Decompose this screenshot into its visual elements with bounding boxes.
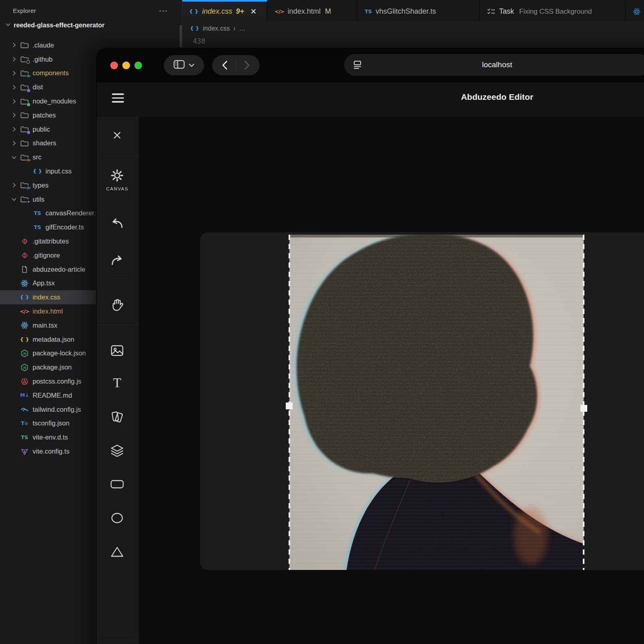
- app-main: CANVAST: [97, 117, 644, 644]
- tree-item-label: index.html: [33, 308, 63, 315]
- vite-icon: [19, 448, 30, 455]
- ts-icon: TS: [32, 211, 43, 216]
- layers-icon: [110, 444, 124, 457]
- browser-window: localhost Abduzeedo Editor CANVAST: [97, 48, 644, 644]
- shape-ellipse-button[interactable]: [106, 507, 128, 529]
- ts-icon: TS: [32, 225, 43, 230]
- tree-item-label: metadata.json: [33, 336, 74, 343]
- folder-icon: [19, 84, 30, 91]
- git-icon: [19, 237, 30, 245]
- react-icon: [633, 8, 641, 16]
- folder-icon: </>: [19, 154, 30, 161]
- chevron-down-icon: [5, 21, 11, 29]
- line-number: 438: [182, 37, 205, 45]
- breadcrumb-more[interactable]: …: [239, 25, 246, 32]
- portrait-photo: [289, 235, 584, 570]
- tab-label: index.css: [202, 7, 232, 16]
- chevron-right-icon: [10, 126, 18, 132]
- tree-item-label: .claude: [33, 41, 54, 49]
- tab-index-css[interactable]: { }index.css9+✕: [182, 0, 267, 21]
- ts-icon: TS: [365, 9, 372, 14]
- tree-item-label: postcss.config.js: [33, 378, 81, 385]
- tab-task[interactable]: TaskFixing CSS Background: [480, 0, 625, 21]
- sidebar-icon: [173, 60, 185, 70]
- tree-item-label: package.json: [33, 363, 72, 371]
- close-button[interactable]: [106, 124, 128, 147]
- minimize-window-button[interactable]: [122, 62, 130, 69]
- toolbar-divider: [97, 640, 138, 640]
- close-icon: [112, 130, 122, 140]
- tree-item-label: input.css: [45, 167, 72, 175]
- forward-button[interactable]: [236, 61, 258, 70]
- close-window-button[interactable]: [110, 62, 118, 69]
- insert-image-button[interactable]: [106, 339, 128, 362]
- canvas-settings-label: CANVAS: [97, 186, 138, 191]
- folder-icon: [19, 98, 30, 105]
- breadcrumb-file[interactable]: index.css: [203, 25, 230, 32]
- gear-icon: [110, 169, 124, 182]
- image-icon: [111, 345, 124, 356]
- browser-sidebar-toggle[interactable]: [164, 55, 204, 75]
- react-icon: [19, 321, 30, 329]
- npm-icon: JS: [19, 363, 30, 372]
- hand-button[interactable]: [106, 294, 128, 316]
- chevron-right-icon: [10, 98, 18, 105]
- chevron-right-icon: [10, 112, 18, 118]
- chevron-right-icon: ›: [233, 25, 235, 32]
- close-tab-icon[interactable]: ✕: [250, 7, 257, 16]
- selection-right-edge: [583, 235, 584, 570]
- tree-item-label: main.tsx: [33, 322, 57, 329]
- resize-handle-right[interactable]: [580, 405, 587, 412]
- git-icon: [19, 252, 30, 259]
- breadcrumb[interactable]: { } index.css › …: [182, 21, 644, 35]
- tree-item-label: node_modules: [33, 97, 76, 105]
- editor-tab-bar: { }index.css9+✕</>index.htmlMTSvhsGlitch…: [182, 0, 644, 21]
- selected-image-layer[interactable]: [289, 235, 584, 570]
- redo-icon: [110, 254, 124, 266]
- chevron-right-icon: [10, 140, 18, 147]
- tree-root[interactable]: reeded-glass-effect-generator: [0, 18, 182, 32]
- postcss-icon: [19, 378, 30, 385]
- more-actions-icon[interactable]: ⋯: [159, 9, 167, 13]
- back-button[interactable]: [214, 61, 236, 70]
- tree-item-label: index.css: [33, 293, 60, 301]
- layers-button[interactable]: [106, 439, 128, 462]
- undo-button[interactable]: [106, 212, 128, 234]
- folder-icon: [19, 111, 30, 119]
- chevron-right-icon: [10, 182, 18, 188]
- svg-text:JS: JS: [23, 352, 27, 355]
- canvas-area[interactable]: [200, 232, 644, 570]
- tree-item-label: abduzeedo-article: [33, 266, 85, 273]
- tab-vhsglitchshader-ts[interactable]: TSvhsGlitchShader.ts: [357, 0, 480, 21]
- braces-icon: { }: [190, 26, 199, 31]
- tab-index-html[interactable]: </>index.htmlM: [267, 0, 357, 21]
- swatches-button[interactable]: [106, 405, 128, 428]
- chevron-right-icon: [10, 56, 18, 62]
- svg-text:JS: JS: [23, 366, 27, 369]
- markdown-icon: M↓: [19, 393, 30, 398]
- app-title: Abduzeedo Editor: [97, 92, 644, 102]
- hand-icon: [111, 298, 124, 312]
- sidebar-scrollbar[interactable]: [180, 25, 182, 47]
- code-editor[interactable]: 438 439 /* Status Indicators */: [182, 35, 644, 49]
- folder-icon: [19, 41, 30, 49]
- tree-root-label: reeded-glass-effect-generator: [14, 22, 105, 29]
- url-bar[interactable]: localhost: [344, 54, 644, 76]
- chevron-right-icon: [10, 42, 18, 48]
- braces-icon: { }: [19, 295, 30, 300]
- triangle-icon: [111, 546, 124, 557]
- shape-rectangle-button[interactable]: [106, 473, 128, 495]
- resize-handle-left[interactable]: [286, 402, 293, 409]
- shape-triangle-button[interactable]: [106, 541, 128, 563]
- tab-modified-indicator: M: [325, 7, 331, 16]
- tree-item-label: types: [33, 182, 48, 189]
- zoom-window-button[interactable]: [134, 62, 142, 69]
- tab-extra[interactable]: [625, 0, 644, 21]
- url-text[interactable]: localhost: [344, 60, 644, 69]
- text-button[interactable]: T: [106, 372, 128, 394]
- canvas-settings-button[interactable]: [106, 164, 128, 187]
- reader-icon[interactable]: [352, 60, 363, 72]
- redo-button[interactable]: [106, 249, 128, 271]
- traffic-lights: [110, 62, 142, 69]
- tree-item-label: .gitignore: [33, 252, 60, 259]
